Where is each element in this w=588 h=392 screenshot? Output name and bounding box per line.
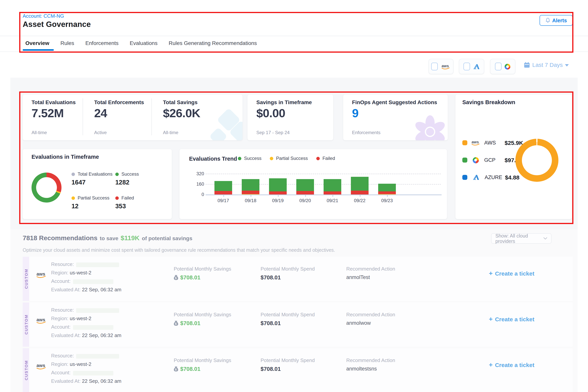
create-ticket-button[interactable]: +Create a ticket xyxy=(489,270,534,277)
bar-segment-failed xyxy=(324,191,341,194)
aws-checkbox[interactable] xyxy=(431,63,438,70)
finops-actions-caption: Enforcements xyxy=(352,130,380,135)
total-evaluations-label: Total Evaluations xyxy=(32,99,76,105)
recommendation-row[interactable]: CUSTOM aws Resource: Region: us-west-2 A… xyxy=(23,302,573,347)
totals-card: Total Evaluations 7.52M All-time Total E… xyxy=(23,94,242,140)
x-axis-label: 09/21 xyxy=(319,198,346,203)
evaluations-donut xyxy=(32,172,62,202)
potential-monthly-spend-label: Potential Monthly Spend xyxy=(260,266,315,272)
breakdown-item-azure: AZURE $4.88 xyxy=(462,174,520,181)
total-enforcements-label: Total Enforcements xyxy=(94,99,144,105)
tab-rules[interactable]: Rules xyxy=(60,40,74,46)
money-bag-icon: $ xyxy=(174,275,178,280)
cloud-provider-select[interactable]: Show: All cloud providers xyxy=(491,233,552,244)
plus-icon: + xyxy=(489,316,493,322)
active-tab-underline xyxy=(23,49,54,50)
redacted-resource-value xyxy=(76,354,119,358)
recommended-action-value: anmolTest xyxy=(346,274,370,280)
x-axis-tick xyxy=(387,194,388,197)
aws-logo-icon: aws xyxy=(35,317,47,324)
bar-segment-success xyxy=(242,179,260,190)
savings-timeframe-value: $0.00 xyxy=(256,106,285,120)
savings-breakdown-title: Savings Breakdown xyxy=(462,99,515,105)
total-enforcements-value: 24 xyxy=(94,106,107,120)
recommended-action-label: Recommended Action xyxy=(346,312,395,318)
breadcrumb[interactable]: Account: CCM-NG xyxy=(23,13,64,19)
date-range-filter[interactable]: Last 7 Days xyxy=(524,62,569,68)
gcp-label: GCP xyxy=(484,157,501,163)
trend-legend: Success Partial Success Failed xyxy=(238,156,335,161)
calendar-icon xyxy=(524,62,530,68)
x-axis-line xyxy=(206,194,442,195)
evaluated-at-field: Evaluated At: 22 Sep, 06:32 am xyxy=(51,287,122,292)
x-axis-label: 09/19 xyxy=(264,198,291,203)
redacted-account-value xyxy=(73,371,113,375)
create-ticket-button[interactable]: +Create a ticket xyxy=(489,316,534,322)
date-range-label: Last 7 Days xyxy=(532,62,563,68)
savings-timeframe-card: Savings in Timeframe $0.00 Sep 17 - Sep … xyxy=(248,94,333,140)
aws-logo-icon: aws xyxy=(35,271,47,279)
bar-segment-success xyxy=(269,178,287,192)
plus-icon: + xyxy=(489,270,493,277)
aws-color-swatch xyxy=(462,140,467,145)
region-field: Region: us-west-2 xyxy=(51,270,92,276)
gridline xyxy=(206,174,441,174)
total-savings-caption: All-time xyxy=(163,130,178,135)
finops-actions-value: 9 xyxy=(352,106,358,120)
recommended-action-value: anmoltestsns xyxy=(346,366,377,372)
potential-monthly-spend-label: Potential Monthly Spend xyxy=(260,312,315,318)
breakdown-item-aws: aws AWS $25.9K xyxy=(462,140,523,146)
money-bag-icon: $ xyxy=(174,366,178,372)
potential-monthly-spend-label: Potential Monthly Spend xyxy=(260,358,315,363)
create-ticket-button[interactable]: +Create a ticket xyxy=(489,362,534,368)
aws-logo-icon: aws xyxy=(35,362,47,370)
provider-filter-azure[interactable] xyxy=(459,59,484,74)
asset-governance-page: Account: CCM-NG Asset Governance Overvie… xyxy=(0,0,588,392)
caret-down-icon xyxy=(565,64,569,66)
alerts-button-label: Alerts xyxy=(552,18,567,23)
evaluated-at-field: Evaluated At: 22 Sep, 06:32 am xyxy=(51,378,122,384)
bar-segment-failed xyxy=(242,190,260,194)
tab-evaluations[interactable]: Evaluations xyxy=(130,40,158,46)
alerts-button[interactable]: Alerts xyxy=(540,15,573,26)
y-axis-tick: 0 xyxy=(191,192,204,197)
svg-text:aws: aws xyxy=(36,317,45,322)
x-axis-tick xyxy=(223,194,224,197)
recommendation-row[interactable]: CUSTOM aws Resource: Region: us-west-2 A… xyxy=(23,257,573,301)
evaluated-at-field: Evaluated At: 22 Sep, 06:32 am xyxy=(51,332,122,338)
resource-field: Resource: xyxy=(51,261,119,267)
custom-tag: CUSTOM xyxy=(23,302,29,347)
potential-monthly-savings-label: Potential Monthly Savings xyxy=(174,358,231,363)
bar-segment-success xyxy=(378,184,396,192)
tab-overview[interactable]: Overview xyxy=(25,40,50,46)
y-axis-tick: 320 xyxy=(191,171,204,176)
potential-monthly-spend-value: $708.01 xyxy=(260,320,281,326)
header-divider xyxy=(0,36,588,36)
gcp-checkbox[interactable] xyxy=(495,63,502,70)
account-field: Account: xyxy=(51,324,113,330)
redacted-account-value xyxy=(73,279,113,284)
bar-segment-success xyxy=(324,179,341,191)
recommendation-row[interactable]: CUSTOM aws Resource: Region: us-west-2 A… xyxy=(23,348,573,392)
provider-filter-gcp[interactable] xyxy=(490,59,515,74)
legend-total-evaluations: Total Evaluations 1647 xyxy=(72,172,112,186)
breakdown-item-gcp: GCP $97.19 xyxy=(462,157,522,163)
redacted-resource-value xyxy=(76,262,119,267)
success-dot xyxy=(238,156,241,160)
provider-filter-aws[interactable]: aws xyxy=(428,59,454,74)
failed-dot xyxy=(316,156,320,160)
partial-success-dot xyxy=(270,156,274,160)
azure-checkbox[interactable] xyxy=(464,63,470,70)
potential-monthly-savings-label: Potential Monthly Savings xyxy=(174,266,231,272)
potential-monthly-spend-value: $708.01 xyxy=(260,274,281,280)
tab-rules-generating-recommendations[interactable]: Rules Generating Recommendations xyxy=(169,40,257,46)
bar-segment-success xyxy=(296,179,314,191)
svg-text:aws: aws xyxy=(472,140,479,144)
bar-segment-success xyxy=(214,181,232,191)
total-enforcements-caption: Active xyxy=(94,130,107,135)
svg-text:$: $ xyxy=(175,276,177,280)
recommendations-count: 7818 Recommendations xyxy=(23,234,98,242)
resource-field: Resource: xyxy=(51,353,119,358)
plus-icon: + xyxy=(489,362,493,368)
tab-enforcements[interactable]: Enforcements xyxy=(85,40,118,46)
